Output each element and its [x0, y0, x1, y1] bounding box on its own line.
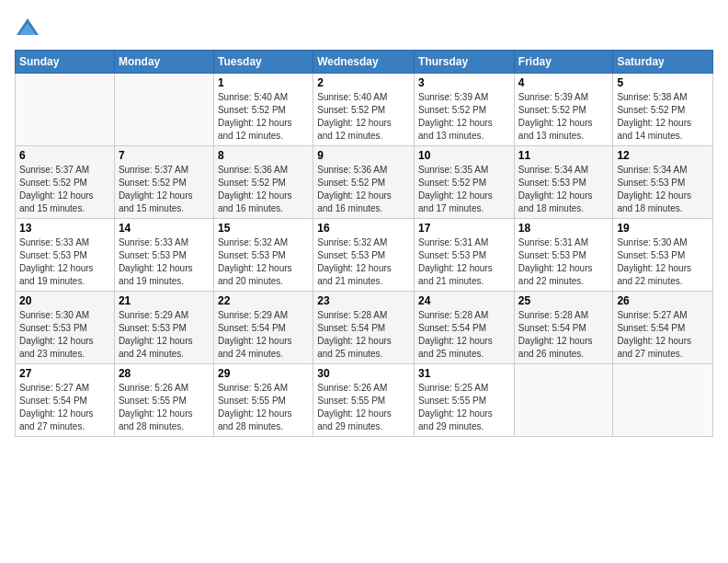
- day-detail: Sunrise: 5:35 AM Sunset: 5:52 PM Dayligh…: [418, 164, 510, 215]
- day-number: 18: [518, 222, 609, 235]
- day-detail: Sunrise: 5:31 AM Sunset: 5:53 PM Dayligh…: [518, 236, 609, 288]
- day-detail: Sunrise: 5:30 AM Sunset: 5:53 PM Dayligh…: [617, 236, 709, 288]
- day-detail: Sunrise: 5:30 AM Sunset: 5:53 PM Dayligh…: [19, 309, 110, 361]
- day-detail: Sunrise: 5:40 AM Sunset: 5:52 PM Dayligh…: [218, 91, 309, 143]
- calendar-day-cell: 11Sunrise: 5:34 AM Sunset: 5:53 PM Dayli…: [514, 146, 613, 219]
- day-number: 9: [317, 149, 410, 162]
- calendar-day-cell: 2Sunrise: 5:40 AM Sunset: 5:52 PM Daylig…: [313, 74, 415, 146]
- day-detail: Sunrise: 5:32 AM Sunset: 5:53 PM Dayligh…: [317, 236, 410, 288]
- day-number: 8: [218, 149, 309, 162]
- day-detail: Sunrise: 5:37 AM Sunset: 5:52 PM Dayligh…: [19, 164, 110, 215]
- day-number: 17: [418, 222, 510, 235]
- calendar-day-cell: 22Sunrise: 5:29 AM Sunset: 5:54 PM Dayli…: [213, 292, 313, 364]
- day-detail: Sunrise: 5:25 AM Sunset: 5:55 PM Dayligh…: [418, 382, 510, 433]
- weekday-header: Monday: [114, 51, 213, 74]
- calendar-day-cell: 25Sunrise: 5:28 AM Sunset: 5:54 PM Dayli…: [514, 292, 613, 364]
- calendar-day-cell: 3Sunrise: 5:39 AM Sunset: 5:52 PM Daylig…: [415, 74, 515, 146]
- calendar-day-cell: [613, 364, 713, 437]
- day-number: 14: [119, 222, 210, 235]
- day-number: 10: [418, 149, 510, 162]
- weekday-header: Sunday: [16, 51, 115, 74]
- calendar-day-cell: 20Sunrise: 5:30 AM Sunset: 5:53 PM Dayli…: [16, 292, 115, 364]
- day-number: 25: [518, 294, 609, 307]
- day-detail: Sunrise: 5:32 AM Sunset: 5:53 PM Dayligh…: [218, 236, 309, 288]
- day-number: 30: [317, 367, 410, 380]
- day-detail: Sunrise: 5:26 AM Sunset: 5:55 PM Dayligh…: [218, 382, 309, 433]
- page-container: SundayMondayTuesdayWednesdayThursdayFrid…: [0, 0, 728, 444]
- day-detail: Sunrise: 5:29 AM Sunset: 5:54 PM Dayligh…: [218, 309, 309, 361]
- calendar-day-cell: 24Sunrise: 5:28 AM Sunset: 5:54 PM Dayli…: [415, 292, 515, 364]
- day-detail: Sunrise: 5:28 AM Sunset: 5:54 PM Dayligh…: [317, 309, 410, 361]
- day-number: 29: [218, 367, 309, 380]
- weekday-header: Friday: [514, 51, 613, 74]
- calendar-body: 1Sunrise: 5:40 AM Sunset: 5:52 PM Daylig…: [16, 74, 713, 437]
- day-detail: Sunrise: 5:31 AM Sunset: 5:53 PM Dayligh…: [418, 236, 510, 288]
- calendar-day-cell: 23Sunrise: 5:28 AM Sunset: 5:54 PM Dayli…: [313, 292, 415, 364]
- day-number: 13: [19, 222, 110, 235]
- calendar-day-cell: 16Sunrise: 5:32 AM Sunset: 5:53 PM Dayli…: [313, 219, 415, 292]
- day-detail: Sunrise: 5:39 AM Sunset: 5:52 PM Dayligh…: [418, 91, 510, 143]
- day-number: 3: [418, 76, 510, 89]
- day-number: 7: [119, 149, 210, 162]
- calendar-day-cell: 7Sunrise: 5:37 AM Sunset: 5:52 PM Daylig…: [114, 146, 213, 219]
- calendar-day-cell: 6Sunrise: 5:37 AM Sunset: 5:52 PM Daylig…: [16, 146, 115, 219]
- calendar-day-cell: 14Sunrise: 5:33 AM Sunset: 5:53 PM Dayli…: [114, 219, 213, 292]
- day-number: 28: [119, 367, 210, 380]
- day-number: 20: [19, 294, 110, 307]
- day-number: 16: [317, 222, 410, 235]
- calendar-day-cell: 28Sunrise: 5:26 AM Sunset: 5:55 PM Dayli…: [114, 364, 213, 437]
- day-number: 26: [617, 294, 709, 307]
- day-number: 12: [617, 149, 709, 162]
- day-number: 5: [617, 76, 709, 89]
- calendar-day-cell: 12Sunrise: 5:34 AM Sunset: 5:53 PM Dayli…: [613, 146, 713, 219]
- calendar-week-row: 20Sunrise: 5:30 AM Sunset: 5:53 PM Dayli…: [16, 292, 713, 364]
- day-detail: Sunrise: 5:29 AM Sunset: 5:53 PM Dayligh…: [119, 309, 210, 361]
- logo-icon: [15, 15, 40, 40]
- calendar-day-cell: 29Sunrise: 5:26 AM Sunset: 5:55 PM Dayli…: [213, 364, 313, 437]
- day-detail: Sunrise: 5:28 AM Sunset: 5:54 PM Dayligh…: [518, 309, 609, 361]
- weekday-header: Tuesday: [213, 51, 313, 74]
- logo: [15, 15, 44, 40]
- day-detail: Sunrise: 5:36 AM Sunset: 5:52 PM Dayligh…: [317, 164, 410, 215]
- day-number: 2: [317, 76, 410, 89]
- header: [15, 15, 713, 40]
- day-detail: Sunrise: 5:28 AM Sunset: 5:54 PM Dayligh…: [418, 309, 510, 361]
- calendar-day-cell: 19Sunrise: 5:30 AM Sunset: 5:53 PM Dayli…: [613, 219, 713, 292]
- calendar-day-cell: 26Sunrise: 5:27 AM Sunset: 5:54 PM Dayli…: [613, 292, 713, 364]
- calendar-day-cell: 9Sunrise: 5:36 AM Sunset: 5:52 PM Daylig…: [313, 146, 415, 219]
- day-detail: Sunrise: 5:27 AM Sunset: 5:54 PM Dayligh…: [617, 309, 709, 361]
- day-detail: Sunrise: 5:27 AM Sunset: 5:54 PM Dayligh…: [19, 382, 110, 433]
- calendar-day-cell: 30Sunrise: 5:26 AM Sunset: 5:55 PM Dayli…: [313, 364, 415, 437]
- day-number: 31: [418, 367, 510, 380]
- day-detail: Sunrise: 5:34 AM Sunset: 5:53 PM Dayligh…: [617, 164, 709, 215]
- day-number: 1: [218, 76, 309, 89]
- day-detail: Sunrise: 5:33 AM Sunset: 5:53 PM Dayligh…: [19, 236, 110, 288]
- calendar-day-cell: [16, 74, 115, 146]
- weekday-header: Wednesday: [313, 51, 415, 74]
- calendar-day-cell: 13Sunrise: 5:33 AM Sunset: 5:53 PM Dayli…: [16, 219, 115, 292]
- day-detail: Sunrise: 5:37 AM Sunset: 5:52 PM Dayligh…: [119, 164, 210, 215]
- day-number: 21: [119, 294, 210, 307]
- calendar-week-row: 13Sunrise: 5:33 AM Sunset: 5:53 PM Dayli…: [16, 219, 713, 292]
- calendar-table: SundayMondayTuesdayWednesdayThursdayFrid…: [15, 50, 713, 437]
- day-number: 23: [317, 294, 410, 307]
- calendar-day-cell: 10Sunrise: 5:35 AM Sunset: 5:52 PM Dayli…: [415, 146, 515, 219]
- day-number: 27: [19, 367, 110, 380]
- calendar-day-cell: 5Sunrise: 5:38 AM Sunset: 5:52 PM Daylig…: [613, 74, 713, 146]
- calendar-day-cell: 18Sunrise: 5:31 AM Sunset: 5:53 PM Dayli…: [514, 219, 613, 292]
- day-detail: Sunrise: 5:38 AM Sunset: 5:52 PM Dayligh…: [617, 91, 709, 143]
- calendar-week-row: 6Sunrise: 5:37 AM Sunset: 5:52 PM Daylig…: [16, 146, 713, 219]
- calendar-day-cell: [514, 364, 613, 437]
- calendar-week-row: 27Sunrise: 5:27 AM Sunset: 5:54 PM Dayli…: [16, 364, 713, 437]
- day-detail: Sunrise: 5:33 AM Sunset: 5:53 PM Dayligh…: [119, 236, 210, 288]
- calendar-day-cell: 17Sunrise: 5:31 AM Sunset: 5:53 PM Dayli…: [415, 219, 515, 292]
- calendar-header: SundayMondayTuesdayWednesdayThursdayFrid…: [16, 51, 713, 74]
- calendar-day-cell: 8Sunrise: 5:36 AM Sunset: 5:52 PM Daylig…: [213, 146, 313, 219]
- day-number: 22: [218, 294, 309, 307]
- calendar-day-cell: [114, 74, 213, 146]
- calendar-day-cell: 27Sunrise: 5:27 AM Sunset: 5:54 PM Dayli…: [16, 364, 115, 437]
- day-detail: Sunrise: 5:26 AM Sunset: 5:55 PM Dayligh…: [119, 382, 210, 433]
- weekday-header: Saturday: [613, 51, 713, 74]
- day-detail: Sunrise: 5:36 AM Sunset: 5:52 PM Dayligh…: [218, 164, 309, 215]
- day-detail: Sunrise: 5:39 AM Sunset: 5:52 PM Dayligh…: [518, 91, 609, 143]
